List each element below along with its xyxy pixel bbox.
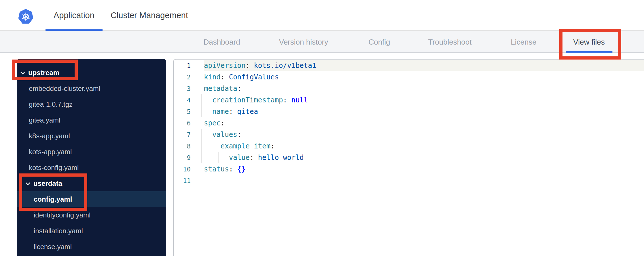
tree-item-label: license.yaml	[34, 243, 72, 251]
tree-file-kots-app-yaml[interactable]: kots-app.yaml	[17, 144, 166, 160]
line-number: 7	[174, 131, 191, 138]
chevron-down-icon	[20, 71, 25, 74]
token-value: gitea	[233, 108, 258, 116]
subnav-item-label: Dashboard	[203, 38, 240, 47]
code-line-text: example_item:	[204, 140, 644, 152]
code-line-text: kind: ConfigValues	[204, 71, 644, 83]
subnav-item-version-history[interactable]: Version history	[279, 31, 328, 53]
line-number: 1	[174, 62, 191, 69]
subnav-item-troubleshoot[interactable]: Troubleshoot	[428, 31, 472, 53]
tree-item-label: gitea-1.0.7.tgz	[29, 100, 73, 108]
code-line-2: 2kind: ConfigValues	[174, 71, 644, 83]
token-key: status	[204, 165, 229, 173]
app-subnav: DashboardVersion historyConfigTroublesho…	[0, 31, 644, 53]
tree-item-label: gitea.yaml	[29, 116, 60, 124]
tree-folder-userdata[interactable]: userdata	[17, 175, 166, 191]
token-punct: :	[221, 119, 225, 127]
subnav-item-label: Config	[368, 38, 390, 47]
code-line-1: 1apiVersion: kots.io/v1beta1	[174, 60, 644, 71]
kubernetes-logo-icon	[18, 8, 34, 25]
code-line-4: 4 creationTimestamp: null	[174, 94, 644, 106]
tree-item-label: identityconfig.yaml	[34, 211, 90, 219]
code-line-text: values:	[204, 129, 644, 140]
token-punct: :	[246, 62, 250, 70]
token-punct: :	[250, 154, 254, 162]
tree-item-label: installation.yaml	[34, 227, 83, 235]
tree-file-gitea-yaml[interactable]: gitea.yaml	[17, 112, 166, 128]
subnav-item-label: Troubleshoot	[428, 38, 472, 47]
token-keyword: null	[287, 96, 308, 104]
tree-item-label: embedded-cluster.yaml	[29, 85, 100, 93]
token-punct: :	[237, 85, 241, 93]
tree-item-label: upstream	[28, 69, 59, 77]
token-punct: :	[283, 96, 287, 104]
token-key: example_item	[204, 142, 270, 150]
token-key: apiVersion	[204, 62, 246, 70]
token-punct: :	[229, 165, 233, 173]
line-number: 3	[174, 85, 191, 92]
code-line-text: apiVersion: kots.io/v1beta1	[204, 60, 644, 71]
tree-item-label: userdata	[33, 179, 62, 188]
topbar-tab-application[interactable]: Application	[46, 0, 103, 31]
tree-file-installation-yaml[interactable]: installation.yaml	[17, 223, 166, 239]
code-line-6: 6spec:	[174, 117, 644, 129]
token-punct: :	[237, 131, 241, 139]
code-line-9: 9 value: hello world	[174, 152, 644, 163]
code-line-3: 3metadata:	[174, 83, 644, 94]
subnav-item-dashboard[interactable]: Dashboard	[203, 31, 240, 53]
subnav-item-license[interactable]: License	[511, 31, 537, 53]
line-number: 4	[174, 97, 191, 104]
subnav-item-config[interactable]: Config	[368, 31, 390, 53]
token-key: value	[204, 154, 250, 162]
token-punct: :	[229, 108, 233, 116]
code-line-text: spec:	[204, 117, 644, 129]
line-number: 5	[174, 108, 191, 115]
token-key: values	[204, 131, 237, 139]
tree-file-gitea-1-0-7-tgz[interactable]: gitea-1.0.7.tgz	[17, 96, 166, 112]
subnav-item-label: View files	[573, 38, 605, 47]
tree-folder-upstream[interactable]: upstream	[17, 65, 166, 81]
subnav-item-view-files[interactable]: View files	[573, 31, 605, 53]
line-number: 6	[174, 120, 191, 127]
topbar-tab-label: Application	[54, 11, 94, 20]
topbar-tab-cluster-management[interactable]: Cluster Management	[103, 0, 196, 31]
tree-item-label: kots-config.yaml	[29, 164, 79, 172]
token-key: name	[204, 108, 229, 116]
token-value: hello world	[254, 154, 304, 162]
tree-file-kots-config-yaml[interactable]: kots-config.yaml	[17, 160, 166, 175]
indent-guide	[201, 94, 202, 106]
file-tree-sidebar: upstreamembedded-cluster.yamlgitea-1.0.7…	[17, 59, 166, 256]
line-number: 9	[174, 154, 191, 161]
chevron-down-icon	[25, 182, 31, 185]
code-line-text: creationTimestamp: null	[204, 94, 644, 106]
tree-file-config-yaml[interactable]: config.yaml	[17, 191, 166, 207]
indent-guide	[201, 152, 202, 163]
token-key: metadata	[204, 85, 237, 93]
subnav-item-label: Version history	[279, 38, 328, 47]
indent-guide	[201, 106, 202, 117]
subnav-item-label: License	[511, 38, 537, 47]
code-line-text: status: {}	[204, 163, 644, 175]
line-number: 2	[174, 74, 191, 81]
code-editor[interactable]: 1apiVersion: kots.io/v1beta12kind: Confi…	[173, 59, 644, 256]
indent-guide	[201, 129, 202, 140]
token-keyword: {}	[233, 165, 245, 173]
topbar-tabs: ApplicationCluster Management	[46, 0, 196, 31]
indent-guide	[201, 140, 202, 152]
token-punct: :	[270, 142, 274, 150]
code-line-10: 10status: {}	[174, 163, 644, 175]
code-line-text: value: hello world	[204, 152, 644, 163]
token-value: ConfigValues	[225, 73, 279, 81]
tree-file-license-yaml[interactable]: license.yaml	[17, 239, 166, 255]
line-number: 8	[174, 143, 191, 150]
tree-file-k8s-app-yaml[interactable]: k8s-app.yaml	[17, 128, 166, 144]
line-number: 11	[174, 177, 191, 184]
code-line-text: name: gitea	[204, 106, 644, 117]
token-key: creationTimestamp	[204, 96, 283, 104]
topbar: ApplicationCluster Management	[0, 0, 644, 31]
tree-file-embedded-cluster-yaml[interactable]: embedded-cluster.yaml	[17, 81, 166, 96]
tree-file-identityconfig-yaml[interactable]: identityconfig.yaml	[17, 207, 166, 223]
topbar-tab-label: Cluster Management	[111, 11, 188, 20]
token-key: kind	[204, 73, 221, 81]
code-line-7: 7 values:	[174, 129, 644, 140]
